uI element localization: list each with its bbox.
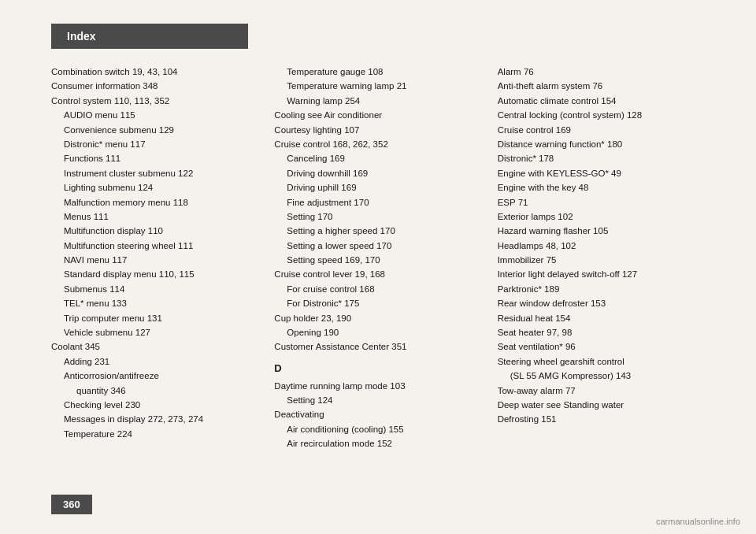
index-entry: ESP 71	[498, 195, 705, 210]
index-entry: Combination switch 19, 43, 104	[51, 65, 258, 79]
index-entry: Headlamps 48, 102	[498, 239, 705, 253]
index-entry: Consumer information 348	[51, 79, 258, 93]
content-area: Combination switch 19, 43, 104Consumer i…	[0, 49, 756, 534]
index-entry: Lighting submenu 124	[51, 180, 258, 195]
index-entry: Driving uphill 169	[274, 180, 481, 195]
index-entry: Cruise control 169	[498, 123, 705, 137]
index-entry: Distronic* 178	[498, 151, 705, 165]
index-entry: Courtesy lighting 107	[274, 123, 481, 137]
index-entry: TEL* menu 133	[51, 296, 258, 310]
index-entry: Standard display menu 110, 115	[51, 267, 258, 281]
index-entry: Daytime running lamp mode 103	[274, 379, 481, 393]
index-entry: Instrument cluster submenu 122	[51, 166, 258, 180]
index-entry: Canceling 169	[274, 151, 481, 165]
index-entry: Malfunction memory menu 118	[51, 195, 258, 210]
page-number: 360	[51, 495, 92, 514]
index-entry: Opening 190	[274, 325, 481, 339]
index-entry: Cup holder 23, 190	[274, 311, 481, 325]
index-entry: Customer Assistance Center 351	[274, 339, 481, 354]
index-entry: Air conditioning (cooling) 155	[274, 422, 481, 436]
column-1: Combination switch 19, 43, 104Consumer i…	[51, 65, 258, 518]
index-entry: Messages in display 272, 273, 274	[51, 412, 258, 426]
index-entry: Driving downhill 169	[274, 166, 481, 180]
index-entry: Air recirculation mode 152	[274, 436, 481, 451]
index-entry: Menus 111	[51, 210, 258, 224]
index-entry: Distance warning function* 180	[498, 137, 705, 151]
watermark: carmanualsonline.info	[656, 517, 740, 526]
index-entry: Anticorrosion/antifreeze	[51, 369, 258, 383]
index-entry: Distronic* menu 117	[51, 137, 258, 151]
index-entry: Setting 124	[274, 393, 481, 407]
index-entry: Anti-theft alarm system 76	[498, 79, 705, 93]
index-title: Index	[67, 30, 96, 43]
index-entry: Functions 111	[51, 151, 258, 165]
index-entry: Interior light delayed switch-off 127	[498, 267, 705, 281]
index-entry: Rear window defroster 153	[498, 296, 705, 310]
index-entry: quantity 346	[51, 384, 258, 398]
index-entry: AUDIO menu 115	[51, 108, 258, 122]
index-entry: Alarm 76	[498, 65, 705, 79]
index-entry: Seat ventilation* 96	[498, 339, 705, 354]
index-entry: Exterior lamps 102	[498, 210, 705, 224]
index-entry: Coolant 345	[51, 339, 258, 354]
index-entry: Vehicle submenu 127	[51, 325, 258, 339]
index-entry: Temperature warning lamp 21	[274, 79, 481, 93]
index-entry: NAVI menu 117	[51, 253, 258, 267]
index-entry: Fine adjustment 170	[274, 195, 481, 210]
index-entry: For cruise control 168	[274, 282, 481, 296]
index-entry: Residual heat 154	[498, 311, 705, 325]
index-entry: Adding 231	[51, 354, 258, 369]
index-entry: Checking level 230	[51, 398, 258, 412]
index-entry: Central locking (control system) 128	[498, 108, 705, 122]
index-entry: Temperature 224	[51, 427, 258, 441]
index-entry: Deactivating	[274, 407, 481, 421]
index-entry: Cruise control lever 19, 168	[274, 267, 481, 281]
index-entry: Hazard warning flasher 105	[498, 224, 705, 238]
index-entry: Trip computer menu 131	[51, 311, 258, 325]
index-entry: Steering wheel gearshift control	[498, 354, 705, 369]
index-entry: Multifunction display 110	[51, 224, 258, 238]
index-entry: Cruise control 168, 262, 352	[274, 137, 481, 151]
index-entry: Automatic climate control 154	[498, 94, 705, 108]
column-3: Alarm 76Anti-theft alarm system 76Automa…	[498, 65, 705, 518]
index-entry: Cooling see Air conditioner	[274, 108, 481, 122]
index-entry: Temperature gauge 108	[274, 65, 481, 79]
index-entry: Defrosting 151	[498, 412, 705, 426]
column-2: Temperature gauge 108Temperature warning…	[274, 65, 481, 518]
index-entry: Submenus 114	[51, 282, 258, 296]
index-entry: Tow-away alarm 77	[498, 384, 705, 398]
index-entry: Parktronic* 189	[498, 282, 705, 296]
index-entry: (SL 55 AMG Kompressor) 143	[498, 369, 705, 383]
index-entry: Engine with KEYLESS-GO* 49	[498, 166, 705, 180]
index-entry: Setting a lower speed 170	[274, 239, 481, 253]
index-entry: Multifunction steering wheel 111	[51, 239, 258, 253]
index-entry: D	[274, 361, 481, 377]
page-container: Index Combination switch 19, 43, 104Cons…	[0, 0, 756, 534]
index-entry: Immobilizer 75	[498, 253, 705, 267]
index-entry: Convenience submenu 129	[51, 123, 258, 137]
index-entry: Warning lamp 254	[274, 94, 481, 108]
index-entry: Setting a higher speed 170	[274, 224, 481, 238]
index-entry: Setting speed 169, 170	[274, 253, 481, 267]
index-entry: Setting 170	[274, 210, 481, 224]
index-entry: Deep water see Standing water	[498, 398, 705, 412]
index-entry: Seat heater 97, 98	[498, 325, 705, 339]
index-entry: Engine with the key 48	[498, 180, 705, 195]
index-entry: For Distronic* 175	[274, 296, 481, 310]
index-header: Index	[51, 24, 248, 49]
index-entry: Control system 110, 113, 352	[51, 94, 258, 108]
